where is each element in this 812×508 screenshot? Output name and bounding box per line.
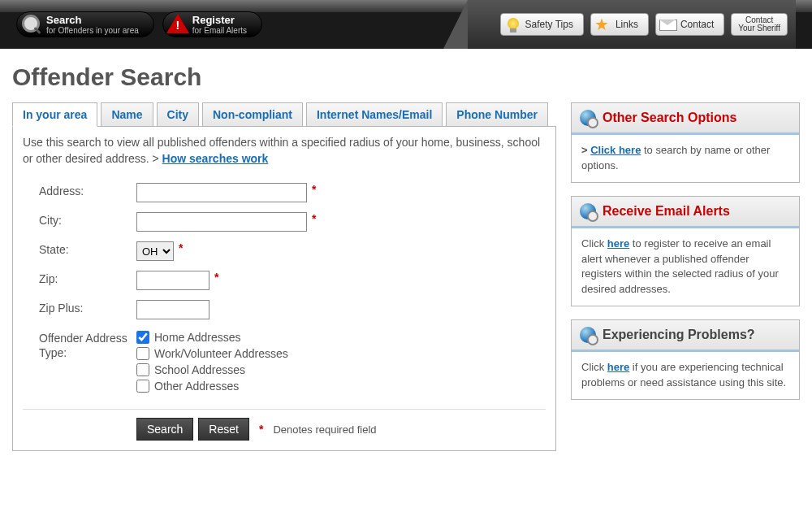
addrtype-school-checkbox[interactable] — [136, 363, 149, 376]
nav-contact-sheriff[interactable]: Contact Your Sheriff — [731, 13, 788, 36]
addrtype-other-checkbox[interactable] — [136, 380, 149, 393]
zipplus-input[interactable] — [136, 300, 209, 319]
required-marker: * — [179, 241, 183, 254]
nav-contact-label: Contact — [680, 19, 714, 30]
alert-icon — [166, 14, 189, 35]
intro-body: Use this search to view all published of… — [23, 136, 540, 165]
box-problems: Experiencing Problems? Click here if you… — [571, 319, 800, 400]
state-select[interactable]: OH — [136, 241, 174, 261]
envelope-icon — [659, 16, 677, 34]
search-button[interactable]: Search — [136, 418, 193, 441]
nav-register-line1: Register — [192, 15, 247, 25]
nav-search-offenders[interactable]: Search for Offenders in your area — [16, 11, 154, 37]
required-marker: * — [259, 423, 263, 436]
how-searches-work-link[interactable]: How searches work — [162, 152, 269, 165]
required-note: Denotes required field — [273, 423, 376, 436]
address-label: Address: — [39, 183, 136, 198]
city-label: City: — [39, 212, 136, 227]
globe-icon — [580, 110, 596, 126]
search-panel: Use this search to view all published of… — [12, 126, 556, 451]
nav-search-line2: for Offenders in your area — [46, 26, 139, 35]
top-nav-right: Safety Tips Links Contact Contact Your S… — [468, 0, 796, 49]
nav-safety-tips[interactable]: Safety Tips — [500, 13, 584, 36]
addrtype-school[interactable]: School Addresses — [136, 363, 288, 376]
problems-link[interactable]: here — [607, 361, 629, 373]
nav-links[interactable]: Links — [590, 13, 649, 36]
state-label: State: — [39, 241, 136, 256]
page-title: Offender Search — [0, 49, 812, 102]
reset-button[interactable]: Reset — [198, 418, 249, 441]
tab-in-your-area[interactable]: In your area — [12, 102, 97, 127]
addrtype-options: Home Addresses Work/Volunteer Addresses … — [136, 329, 288, 393]
action-bar: Search Reset * Denotes required field — [23, 410, 546, 444]
zipplus-label: Zip Plus: — [39, 300, 136, 315]
nav-links-label: Links — [615, 19, 638, 30]
tab-phone-number[interactable]: Phone Number — [446, 102, 548, 127]
tab-name[interactable]: Name — [101, 102, 153, 127]
lightbulb-icon — [504, 16, 522, 34]
nav-search-line1: Search — [46, 15, 139, 25]
sidebar: Other Search Options > Click here to sea… — [571, 102, 800, 413]
email-prefix: Click — [581, 237, 607, 250]
addrtype-other[interactable]: Other Addresses — [136, 380, 288, 393]
globe-icon — [580, 327, 596, 343]
nav-register-alerts[interactable]: Register for Email Alerts — [162, 11, 262, 37]
city-input[interactable] — [136, 212, 307, 232]
search-icon — [22, 15, 43, 36]
star-icon — [594, 16, 612, 34]
search-form: Address: * City: * State: OH * — [23, 175, 546, 401]
box-email-alerts: Receive Email Alerts Click here to regis… — [571, 196, 800, 306]
addrtype-home[interactable]: Home Addresses — [136, 331, 288, 344]
required-marker: * — [214, 271, 218, 284]
tab-city[interactable]: City — [157, 102, 199, 127]
nav-register-line2: for Email Alerts — [192, 26, 247, 35]
search-form-area: In your area Name City Non-compliant Int… — [12, 102, 556, 451]
required-marker: * — [312, 212, 316, 225]
problems-prefix: Click — [581, 361, 607, 373]
box-other-search: Other Search Options > Click here to sea… — [571, 102, 800, 183]
box-other-title: Other Search Options — [603, 111, 736, 125]
other-prefix: > — [581, 144, 590, 156]
addrtype-home-checkbox[interactable] — [136, 331, 149, 344]
nav-contact[interactable]: Contact — [655, 13, 724, 36]
box-email-title: Receive Email Alerts — [603, 204, 730, 219]
email-alerts-link[interactable]: here — [607, 237, 629, 250]
addrtype-label: Offender Address Type: — [39, 329, 136, 360]
zip-input[interactable] — [136, 271, 209, 290]
box-problems-title: Experiencing Problems? — [603, 328, 755, 342]
nav-sheriff-label: Contact Your Sheriff — [738, 16, 780, 33]
addrtype-work[interactable]: Work/Volunteer Addresses — [136, 347, 288, 360]
tabs: In your area Name City Non-compliant Int… — [12, 102, 556, 127]
globe-icon — [580, 203, 596, 219]
required-marker: * — [312, 183, 316, 196]
nav-safety-label: Safety Tips — [525, 19, 573, 30]
address-input[interactable] — [136, 183, 307, 202]
other-search-link[interactable]: Click here — [590, 144, 641, 156]
tab-non-compliant[interactable]: Non-compliant — [202, 102, 303, 127]
tab-internet-names[interactable]: Internet Names/Email — [306, 102, 443, 127]
top-nav: Search for Offenders in your area Regist… — [0, 0, 812, 49]
intro-text: Use this search to view all published of… — [23, 135, 546, 167]
addrtype-work-checkbox[interactable] — [136, 347, 149, 360]
zip-label: Zip: — [39, 271, 136, 285]
